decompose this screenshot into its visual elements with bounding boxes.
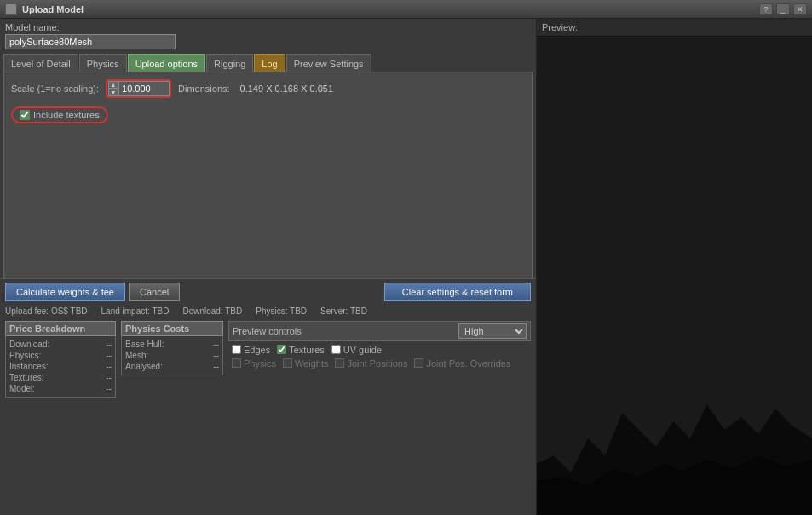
right-preview-panel: Preview: (537, 19, 812, 515)
scale-down-btn[interactable]: ▼ (108, 89, 118, 96)
calculate-weights-button[interactable]: Calculate weights & fee (5, 283, 125, 301)
breakdown-row-model: Model: -- (9, 383, 112, 394)
server-tbd: Server: TBD (320, 306, 367, 316)
preview-area-label: Preview: (537, 19, 812, 37)
preview-controls-label: Preview controls (233, 326, 302, 336)
edges-checkbox[interactable] (232, 345, 241, 354)
textures-checkbox[interactable] (277, 345, 286, 354)
breakdown-row-textures: Textures: -- (9, 372, 112, 383)
price-breakdown-body: Download: -- Physics: -- Instances: -- T… (5, 336, 116, 398)
tab-rigging[interactable]: Rigging (206, 54, 253, 72)
upload-fee: Upload fee: OS$ TBD (5, 306, 88, 316)
joint-pos-overrides-checkbox-disabled (414, 358, 423, 368)
preview-controls-header: Preview controls High Medium Low (228, 321, 531, 341)
include-textures-label: Include textures (33, 110, 100, 120)
dimensions-value: 0.149 X 0.168 X 0.051 (240, 83, 333, 94)
tab-content-area: Scale (1=no scaling): ▲ ▼ Dimensions: 0.… (3, 72, 533, 278)
tab-upload-options[interactable]: Upload options (128, 54, 205, 72)
weights-checkbox-disabled (283, 358, 292, 368)
tab-physics[interactable]: Physics (79, 54, 127, 72)
physics-tbd: Physics: TBD (256, 306, 307, 316)
info-row: Upload fee: OS$ TBD Land impact: TBD Dow… (0, 305, 536, 318)
physics-checkbox-disabled (232, 358, 241, 368)
preview-bottom-row: Physics Weights Joint Positions Joint Po… (228, 357, 531, 370)
scale-label: Scale (1=no scaling): (11, 83, 99, 94)
breakdown-row-physics: Physics: -- (9, 350, 112, 361)
breakdown-row-download: Download: -- (9, 339, 112, 350)
bottom-buttons-row: Calculate weights & fee Cancel Clear set… (0, 278, 536, 305)
include-textures-wrap[interactable]: Include textures (11, 106, 108, 123)
model-name-row: Model name: (0, 19, 536, 53)
scale-input[interactable] (118, 81, 170, 96)
physics-row-analysed: Analysed: -- (125, 361, 219, 372)
physics-costs-panel: Physics Costs Base Hull: -- Mesh: -- Ana… (121, 321, 223, 512)
tab-log[interactable]: Log (254, 54, 285, 72)
title-icon (5, 3, 17, 15)
edges-check-wrap[interactable]: Edges (232, 345, 270, 355)
uvguide-checkbox[interactable] (331, 345, 341, 354)
land-impact: Land impact: TBD (101, 306, 170, 316)
tabs-row: Level of Detail Physics Upload options R… (0, 53, 536, 72)
joint-pos-overrides-check: Joint Pos. Overrides (414, 358, 510, 369)
include-textures-checkbox[interactable] (20, 110, 30, 120)
preview-render-area (537, 37, 812, 515)
minimize-button[interactable]: _ (776, 3, 790, 15)
preview-checks-row: Edges Textures UV guide (228, 343, 531, 357)
physics-bottom-check: Physics (232, 358, 276, 369)
help-button[interactable]: ? (759, 3, 773, 15)
textures-check-wrap[interactable]: Textures (277, 345, 325, 355)
preview-quality-select[interactable]: High Medium Low (458, 323, 527, 339)
price-breakdown-title: Price Breakdown (5, 321, 116, 336)
title-bar: Upload Model ? _ ✕ (0, 0, 812, 19)
tab-preview-settings[interactable]: Preview Settings (286, 54, 371, 72)
physics-row-mesh: Mesh: -- (125, 350, 219, 361)
physics-costs-body: Base Hull: -- Mesh: -- Analysed: -- (121, 336, 223, 375)
close-button[interactable]: ✕ (793, 3, 807, 15)
window-title: Upload Model (22, 4, 84, 14)
scale-row: Scale (1=no scaling): ▲ ▼ Dimensions: 0.… (11, 79, 525, 98)
mountain-silhouette (537, 345, 812, 515)
tab-level-of-detail[interactable]: Level of Detail (3, 54, 78, 72)
joint-positions-checkbox-disabled (335, 358, 344, 368)
clear-settings-button[interactable]: Clear settings & reset form (384, 283, 531, 301)
breakdown-row-instances: Instances: -- (9, 361, 112, 372)
scale-input-container: ▲ ▼ (106, 79, 171, 98)
download-tbd: Download: TBD (182, 306, 242, 316)
price-breakdown-panel: Price Breakdown Download: -- Physics: --… (5, 321, 116, 512)
physics-costs-title: Physics Costs (121, 321, 223, 336)
dimensions-label: Dimensions: (178, 83, 230, 94)
uvguide-check-wrap[interactable]: UV guide (331, 345, 382, 355)
physics-row-basehull: Base Hull: -- (125, 339, 219, 350)
model-name-input[interactable] (5, 34, 176, 49)
preview-controls-panel: Preview controls High Medium Low Edges T… (228, 321, 531, 512)
lower-panels: Price Breakdown Download: -- Physics: --… (0, 318, 536, 516)
cancel-button[interactable]: Cancel (129, 283, 180, 301)
scale-up-btn[interactable]: ▲ (108, 81, 118, 89)
joint-positions-check: Joint Positions (335, 358, 407, 369)
scale-spinner[interactable]: ▲ ▼ (108, 81, 118, 96)
weights-bottom-check: Weights (283, 358, 329, 369)
model-name-label: Model name: (5, 22, 531, 32)
